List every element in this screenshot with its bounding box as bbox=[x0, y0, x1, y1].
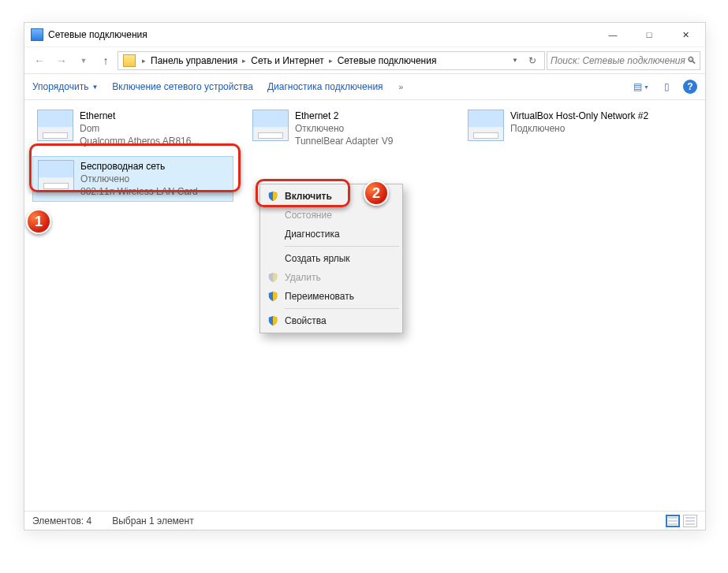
large-icons-view-button[interactable] bbox=[683, 515, 697, 527]
up-button[interactable]: ↑ bbox=[95, 50, 116, 71]
connection-item-virtualbox[interactable]: VirtualBox Host-Only Network #2 Подключе… bbox=[463, 106, 664, 144]
chevron-down-icon: ▼ bbox=[91, 84, 98, 91]
title-bar: Сетевые подключения — □ ✕ bbox=[24, 23, 705, 47]
chevron-right-icon[interactable]: ▸ bbox=[239, 57, 249, 65]
connection-adapter: 802.11n Wireless LAN Card bbox=[80, 185, 198, 198]
overflow-chevron-icon[interactable]: » bbox=[398, 83, 405, 91]
chevron-right-icon[interactable]: ▸ bbox=[139, 57, 149, 65]
preview-pane-button[interactable]: ▯ bbox=[658, 78, 675, 95]
connection-item-ethernet[interactable]: Ethernet Dom Qualcomm Atheros AR816... bbox=[32, 106, 233, 151]
command-bar: Упорядочить ▼ Включение сетевого устройс… bbox=[24, 73, 705, 100]
network-adapter-icon bbox=[468, 110, 504, 141]
status-selection: Выбран 1 элемент bbox=[112, 515, 193, 526]
connection-name: Ethernet 2 bbox=[295, 110, 393, 122]
enable-device-button[interactable]: Включение сетевого устройства bbox=[112, 81, 253, 92]
chevron-right-icon[interactable]: ▸ bbox=[326, 57, 336, 65]
help-button[interactable]: ? bbox=[683, 80, 697, 94]
location-icon bbox=[123, 54, 136, 67]
status-bar: Элементов: 4 Выбран 1 элемент bbox=[24, 511, 705, 530]
minimize-button[interactable]: — bbox=[595, 24, 631, 46]
breadcrumb: Панель управления ▸ Сеть и Интернет ▸ Се… bbox=[149, 55, 438, 66]
ctx-properties[interactable]: Свойства bbox=[263, 311, 400, 330]
network-adapter-icon bbox=[37, 110, 73, 141]
connection-status: Отключено bbox=[80, 173, 198, 185]
network-connections-window: Сетевые подключения — □ ✕ ← → ▼ ↑ ▸ Пане… bbox=[24, 22, 706, 530]
shield-icon bbox=[267, 315, 278, 326]
search-placeholder: Поиск: Сетевые подключения bbox=[551, 55, 685, 66]
shield-icon bbox=[267, 291, 278, 302]
crumb-network-connections[interactable]: Сетевые подключения bbox=[336, 55, 439, 66]
view-options-button[interactable]: ▤▼ bbox=[633, 78, 650, 95]
connection-status: Dom bbox=[80, 122, 199, 135]
connection-item-ethernet2[interactable]: Ethernet 2 Отключено TunnelBear Adapter … bbox=[248, 106, 449, 151]
connection-name: Ethernet bbox=[80, 110, 199, 122]
connection-item-wireless[interactable]: Беспроводная сеть Отключено 802.11n Wire… bbox=[32, 156, 233, 203]
back-button[interactable]: ← bbox=[29, 50, 50, 71]
maximize-button[interactable]: □ bbox=[631, 24, 667, 46]
connection-status: Подключено bbox=[510, 122, 648, 135]
ctx-separator bbox=[285, 246, 399, 247]
context-menu: Включить Состояние Диагностика Создать я… bbox=[259, 184, 403, 333]
ctx-diagnostics[interactable]: Диагностика bbox=[263, 225, 400, 244]
network-adapter-icon bbox=[38, 160, 74, 192]
history-dropdown-button[interactable]: ▼ bbox=[508, 57, 522, 64]
ctx-delete: Удалить bbox=[263, 268, 400, 287]
status-item-count: Элементов: 4 bbox=[32, 515, 91, 526]
close-button[interactable]: ✕ bbox=[667, 24, 704, 46]
connections-grid: Ethernet Dom Qualcomm Atheros AR816... E… bbox=[32, 106, 697, 151]
ctx-rename[interactable]: Переименовать bbox=[263, 287, 400, 306]
preview-pane-icon: ▯ bbox=[664, 81, 670, 92]
search-icon[interactable]: 🔍︎ bbox=[687, 55, 696, 66]
connection-name: VirtualBox Host-Only Network #2 bbox=[510, 110, 648, 122]
ctx-enable[interactable]: Включить bbox=[263, 187, 400, 206]
app-icon bbox=[31, 28, 43, 41]
connection-name: Беспроводная сеть bbox=[80, 160, 198, 173]
connection-status: Отключено bbox=[295, 122, 393, 135]
search-input[interactable]: Поиск: Сетевые подключения 🔍︎ bbox=[547, 51, 700, 70]
shield-icon bbox=[267, 272, 278, 283]
ctx-status: Состояние bbox=[263, 206, 400, 225]
view-icon: ▤ bbox=[633, 81, 642, 92]
address-bar[interactable]: ▸ Панель управления ▸ Сеть и Интернет ▸ … bbox=[118, 51, 545, 70]
window-title: Сетевые подключения bbox=[48, 29, 147, 40]
crumb-network-internet[interactable]: Сеть и Интернет bbox=[249, 55, 325, 66]
organize-button[interactable]: Упорядочить ▼ bbox=[32, 81, 98, 92]
annotation-badge-1: 1 bbox=[26, 209, 51, 234]
connection-adapter: TunnelBear Adapter V9 bbox=[295, 135, 393, 147]
content-area: Ethernet Dom Qualcomm Atheros AR816... E… bbox=[24, 100, 705, 511]
recent-locations-button[interactable]: ▼ bbox=[73, 50, 94, 71]
network-adapter-icon bbox=[252, 110, 289, 141]
connection-adapter: Qualcomm Atheros AR816... bbox=[80, 135, 199, 147]
ctx-create-shortcut[interactable]: Создать ярлык bbox=[263, 249, 400, 268]
refresh-button[interactable]: ↻ bbox=[525, 55, 539, 66]
details-view-button[interactable] bbox=[666, 515, 680, 527]
crumb-control-panel[interactable]: Панель управления bbox=[149, 55, 239, 66]
forward-button[interactable]: → bbox=[51, 50, 72, 71]
chevron-down-icon: ▼ bbox=[644, 84, 649, 90]
shield-icon bbox=[267, 191, 278, 202]
nav-bar: ← → ▼ ↑ ▸ Панель управления ▸ Сеть и Инт… bbox=[24, 47, 705, 73]
diagnose-connection-button[interactable]: Диагностика подключения bbox=[267, 81, 383, 92]
ctx-separator bbox=[285, 308, 399, 309]
